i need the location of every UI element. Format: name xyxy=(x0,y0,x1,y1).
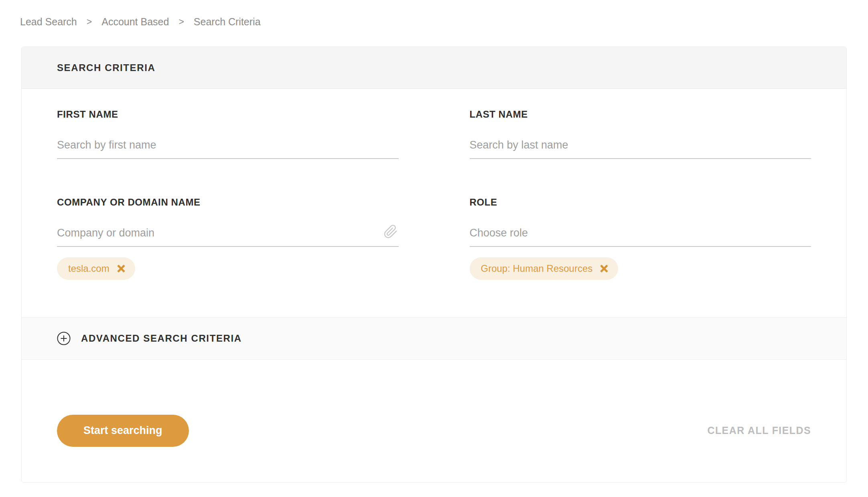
role-tags: Group: Human Resources xyxy=(470,257,811,280)
role-label: ROLE xyxy=(470,197,811,208)
last-name-field: LAST NAME xyxy=(470,89,811,159)
start-searching-button[interactable]: Start searching xyxy=(57,415,189,447)
role-field: ROLE Group: Human Resources xyxy=(470,159,811,280)
role-input[interactable] xyxy=(470,226,811,247)
remove-tag-icon[interactable] xyxy=(117,264,126,273)
paperclip-icon[interactable] xyxy=(383,224,398,239)
first-name-input[interactable] xyxy=(57,138,399,159)
company-field: COMPANY OR DOMAIN NAME tesla.com xyxy=(57,159,399,280)
remove-tag-icon[interactable] xyxy=(600,264,608,273)
breadcrumb-separator: > xyxy=(178,16,184,27)
search-fields: FIRST NAME LAST NAME COMPANY OR DOMAIN N… xyxy=(22,89,846,317)
tag-label: Group: Human Resources xyxy=(481,263,593,274)
tag-label: tesla.com xyxy=(68,263,110,274)
card-header: SEARCH CRITERIA xyxy=(22,47,846,89)
first-name-field: FIRST NAME xyxy=(57,89,399,159)
company-label: COMPANY OR DOMAIN NAME xyxy=(57,197,399,208)
breadcrumb-account-based[interactable]: Account Based xyxy=(101,16,169,28)
advanced-search-toggle[interactable]: ADVANCED SEARCH CRITERIA xyxy=(22,317,846,360)
tag-group-human-resources: Group: Human Resources xyxy=(470,257,619,280)
company-input[interactable] xyxy=(57,226,399,247)
breadcrumb-search-criteria[interactable]: Search Criteria xyxy=(194,16,261,28)
card-title: SEARCH CRITERIA xyxy=(57,62,155,73)
company-tags: tesla.com xyxy=(57,257,399,280)
last-name-label: LAST NAME xyxy=(470,109,811,120)
first-name-label: FIRST NAME xyxy=(57,109,399,120)
card-footer: Start searching CLEAR ALL FIELDS xyxy=(22,360,846,482)
advanced-search-label: ADVANCED SEARCH CRITERIA xyxy=(81,333,242,344)
breadcrumb: Lead Search > Account Based > Search Cri… xyxy=(20,16,261,28)
search-criteria-card: SEARCH CRITERIA FIRST NAME LAST NAME COM… xyxy=(21,47,847,483)
plus-circle-icon xyxy=(57,332,71,345)
breadcrumb-separator: > xyxy=(87,16,92,27)
last-name-input[interactable] xyxy=(470,138,811,159)
breadcrumb-lead-search[interactable]: Lead Search xyxy=(20,16,77,28)
clear-all-fields-button[interactable]: CLEAR ALL FIELDS xyxy=(707,425,811,436)
tag-tesla-com: tesla.com xyxy=(57,257,135,280)
